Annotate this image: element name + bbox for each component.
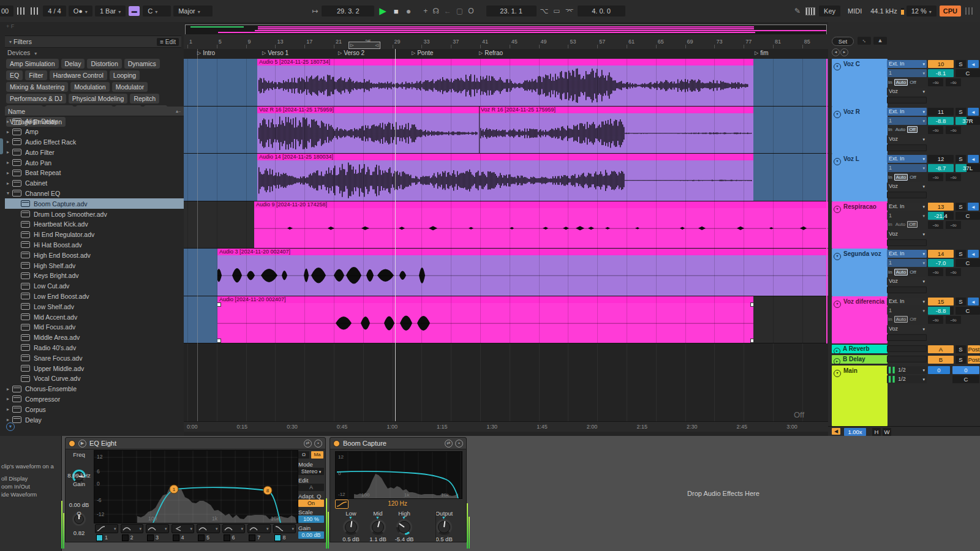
optimize-view-icon[interactable]: ↔ <box>858 37 871 45</box>
filter-chip[interactable]: Amp Simulation <box>6 59 59 69</box>
browser-preset-row[interactable]: Heartbeat Kick.adv <box>5 219 184 230</box>
time-ruler[interactable]: 0:000:150:300:451:001:151:301:452:002:15… <box>184 421 828 432</box>
track-lane[interactable]: Audio 14 [2024-11-25 180034] <box>184 154 828 201</box>
send-a-field[interactable]: -∞ <box>928 316 943 324</box>
volume-field[interactable]: -8.8 <box>928 307 954 315</box>
track-fold-icon[interactable]: ▾ <box>834 301 841 308</box>
adaptq-toggle[interactable]: On <box>298 500 324 507</box>
input-channel-menu[interactable]: 1▾ <box>887 212 927 220</box>
browser-folder-row[interactable]: ▾Channel EQ <box>5 189 184 199</box>
browser-folder-row[interactable]: ▸Align Delay <box>5 116 184 127</box>
audio-clip[interactable]: Audio [2024-11-20 002407] <box>217 296 753 343</box>
band-activator[interactable] <box>198 534 205 541</box>
track-height-button[interactable]: H <box>872 428 881 436</box>
pan-field[interactable]: C <box>956 212 980 220</box>
return-delay-field[interactable] <box>887 345 927 352</box>
locator-flag[interactable]: ▷Ponte <box>412 50 433 56</box>
clip-selection-handle[interactable] <box>750 302 753 307</box>
track-lane[interactable]: Audio 9 [2024-11-20 174258] <box>184 201 828 249</box>
send-b-field[interactable]: -∞ <box>946 126 961 134</box>
reenable-automation-icon[interactable]: ← <box>444 7 451 15</box>
pan-field[interactable]: 37L <box>956 164 980 172</box>
track-lane[interactable]: Audio 3 [2024-11-20 002407] <box>184 249 828 296</box>
track-number-arm[interactable]: 14 <box>928 250 954 258</box>
playhead[interactable] <box>395 49 396 421</box>
track-number-arm[interactable]: 11 <box>928 108 954 116</box>
save-preset-icon[interactable]: ▪ <box>314 440 322 448</box>
device-drop-zone[interactable]: Drop Audio Effects Here <box>467 436 980 551</box>
highpass-freq-field[interactable]: 120 Hz <box>367 500 428 507</box>
band-shape-menu[interactable]: ▾ <box>121 524 144 533</box>
main-volume-field[interactable]: 0 <box>928 366 950 374</box>
browser-preset-row[interactable]: High Shelf.adv <box>5 260 184 271</box>
audio-clip[interactable]: Audio 5 [2024-11-25 180734] <box>257 59 753 106</box>
pan-field[interactable]: C <box>956 69 980 77</box>
hot-swap-icon[interactable]: ⇄ <box>445 440 453 448</box>
low-knob[interactable] <box>343 519 359 535</box>
fold-icon[interactable]: ▸ <box>5 181 11 186</box>
browser-preset-row[interactable]: Hi Hat Boost.adv <box>5 240 184 250</box>
pan-field[interactable]: 37R <box>956 117 980 125</box>
key-map-button[interactable]: Key <box>819 6 840 17</box>
channel-eq-display[interactable]: 120-121001k10k <box>335 451 462 499</box>
output-menu[interactable]: Voz▾ <box>887 88 927 96</box>
monitor-off[interactable]: Off <box>908 174 918 180</box>
solo-button[interactable]: S <box>956 356 966 364</box>
band-activator[interactable] <box>122 534 129 541</box>
eq-curve-display[interactable]: 181260-6-121001k10k <box>94 450 298 523</box>
fold-icon[interactable]: ▸ <box>5 149 11 155</box>
browser-preset-row[interactable]: Low Cut.adv <box>5 281 184 291</box>
track-name-block[interactable]: ▾Voz L <box>832 154 888 201</box>
send-a-field[interactable]: -∞ <box>928 126 943 134</box>
capture-midi-icon[interactable]: + <box>423 7 428 15</box>
monitor-auto[interactable]: Auto <box>894 174 908 181</box>
track-width-button[interactable]: W <box>883 428 891 436</box>
track-lane[interactable]: Audio [2024-11-20 002407] <box>184 296 828 344</box>
track-fold-icon[interactable]: ▾ <box>834 158 841 165</box>
post-toggle[interactable]: Post <box>968 356 980 364</box>
filter-chip[interactable]: Looping <box>110 70 140 80</box>
info-toggle-icon[interactable]: ▾ <box>6 422 15 431</box>
main-out-menu[interactable]: ▌▌ 1/2▾ <box>887 375 927 383</box>
track-number-arm[interactable]: 15 <box>928 298 954 305</box>
speaker-on-button[interactable]: ◂ <box>968 60 979 68</box>
mode-select[interactable]: Stereo ▾ <box>298 468 324 475</box>
loop-switch-icon[interactable]: ▭ <box>553 7 560 15</box>
high-value[interactable]: -5.4 dB <box>386 536 423 542</box>
track-delay-field[interactable] <box>887 287 927 293</box>
track-number-arm[interactable]: 13 <box>928 203 954 211</box>
track-number-arm[interactable]: 10 <box>928 60 954 68</box>
track-fold-icon[interactable]: ▾ <box>834 63 841 70</box>
monitor-auto[interactable]: Auto <box>894 79 908 86</box>
draw-mode-icon[interactable]: ✎ <box>794 7 801 15</box>
track-delay-field[interactable] <box>887 144 927 151</box>
filters-collapse-icon[interactable]: ▾ <box>7 39 13 45</box>
browser-preset-row[interactable]: Middle Area.adv <box>5 332 184 343</box>
send-b-field[interactable]: -∞ <box>946 221 961 229</box>
locator-flag[interactable]: ▷Verso 1 <box>262 50 288 56</box>
sort-icon[interactable]: ▴⎯ <box>176 108 181 114</box>
browser-folder-row[interactable]: ▸Amp <box>5 127 184 137</box>
output-knob[interactable] <box>436 519 452 535</box>
track-number-arm[interactable]: 12 <box>928 155 954 163</box>
volume-field[interactable]: -8.8 <box>928 117 954 125</box>
arrangement-overdub-icon[interactable]: O <box>468 7 473 15</box>
monitor-off[interactable]: Off <box>907 126 918 133</box>
locator-flag[interactable]: ▷Refrao <box>479 50 503 56</box>
fold-icon[interactable]: ▸ <box>5 396 11 402</box>
play-button[interactable]: ▶ <box>379 6 386 17</box>
band-activator[interactable] <box>173 534 179 541</box>
output-menu[interactable]: Voz▾ <box>887 325 927 333</box>
scale-root-menu[interactable]: C▾ <box>143 6 171 17</box>
browser-folder-row[interactable]: ▸Auto Pan <box>5 157 184 168</box>
locator-flag[interactable]: ▷Verso 2 <box>338 50 364 56</box>
device-activator[interactable] <box>69 440 75 447</box>
browser-preset-row[interactable]: Keys Bright.adv <box>5 271 184 281</box>
band-shape-menu[interactable]: ▾ <box>273 524 296 533</box>
browser-preset-row[interactable]: Drum Loop Smoother.adv <box>5 209 184 219</box>
boom-capture-title-bar[interactable]: Boom Capture ⇄ ▪ <box>330 438 466 449</box>
band-activator[interactable] <box>249 534 255 541</box>
send-a-field[interactable]: -∞ <box>928 78 943 86</box>
audio-clip[interactable]: Audio 14 [2024-11-25 180034] <box>257 154 753 201</box>
filter-chip[interactable]: Modulator <box>112 82 148 92</box>
